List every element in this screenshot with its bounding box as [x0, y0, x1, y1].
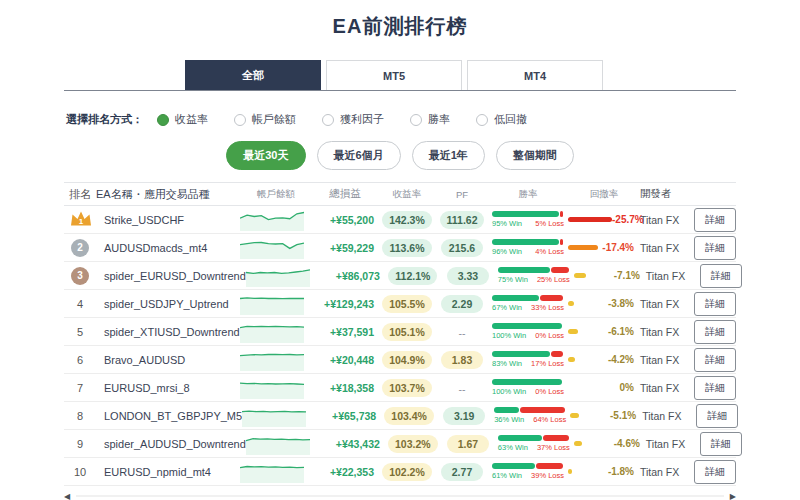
tab-mt4[interactable]: MT4: [467, 60, 603, 90]
return-rate-badge: 104.9%: [382, 351, 432, 369]
win-rate-cell: 96% Win4% Loss: [488, 239, 568, 256]
drawdown-value: -17.4%: [602, 242, 640, 253]
table-row: 10EURUSD_npmid_mt4+¥22,353102.2%2.7761% …: [64, 458, 736, 486]
column-header-1: EA名稱・應用交易品種: [96, 187, 240, 202]
rank-method-option-0[interactable]: 收益率: [157, 112, 208, 127]
win-label: 83% Win: [492, 359, 522, 368]
rank-method-option-4[interactable]: 低回撤: [476, 112, 527, 127]
win-segment: [492, 295, 539, 301]
drawdown-cell: -4.6%: [574, 438, 646, 449]
ea-name-label: EURUSD_mrsi_8: [104, 382, 190, 394]
win-rate-cell: 36% Win64% Loss: [490, 407, 570, 424]
period-button-1[interactable]: 最近6個月: [317, 141, 401, 170]
win-loss-labels: 63% Win37% Loss: [498, 443, 570, 452]
rank-cell: 7: [64, 382, 96, 394]
rank-method-option-2[interactable]: 獲利因子: [322, 112, 384, 127]
return-rate-badge: 103.7%: [382, 379, 432, 397]
win-rate-cell: 67% Win33% Loss: [488, 295, 568, 312]
return-rate-cell: 103.2%: [384, 434, 442, 453]
period-button-3[interactable]: 整個期間: [496, 141, 574, 170]
loss-label: 4% Loss: [535, 247, 564, 256]
ea-name-label: LONDON_BT_GBPJPY_M5: [104, 410, 242, 422]
win-loss-labels: 36% Win64% Loss: [494, 415, 566, 424]
return-rate-cell: 112.1%: [384, 266, 442, 285]
loss-label: 39% Loss: [531, 471, 564, 480]
detail-button[interactable]: 詳細: [696, 404, 738, 428]
balance-sparkline: [240, 349, 312, 371]
scroll-right-arrow[interactable]: ▶: [730, 492, 736, 500]
total-pnl-value: +¥22,353: [312, 466, 378, 478]
drawdown-bar: [568, 217, 612, 222]
detail-button[interactable]: 詳細: [694, 292, 736, 316]
table-row: 8LONDON_BT_GBPJPY_M5+¥65,738103.4%3.1936…: [64, 402, 736, 430]
drawdown-bar: [568, 245, 598, 250]
win-segment: [494, 407, 519, 413]
win-loss-labels: 100% Win0% Loss: [492, 387, 564, 396]
column-header-2: 帳戶餘額: [240, 188, 312, 201]
win-rate-cell: 100% Win0% Loss: [488, 379, 568, 396]
loss-segment: [551, 351, 563, 357]
rank-cell: 1: [64, 210, 96, 229]
win-loss-bar: [494, 407, 566, 413]
win-rate-bar: 61% Win39% Loss: [492, 463, 564, 480]
scroll-left-arrow[interactable]: ◀: [64, 492, 70, 500]
loss-segment: [560, 211, 564, 217]
win-label: 75% Win: [498, 275, 528, 284]
radio-label: 低回撤: [494, 112, 527, 127]
pf-badge: 2.77: [441, 463, 483, 481]
developer-name: Titan FX: [646, 270, 696, 282]
rank-cell: 2: [64, 239, 96, 257]
detail-button[interactable]: 詳細: [700, 432, 742, 456]
total-pnl-value: +¥37,591: [312, 326, 378, 338]
detail-button[interactable]: 詳細: [694, 236, 736, 260]
loss-segment: [560, 239, 563, 245]
drawdown-value: -1.8%: [608, 466, 640, 477]
detail-button[interactable]: 詳細: [694, 460, 736, 484]
page-title: EA前測排行榜: [0, 0, 800, 40]
win-rate-bar: 96% Win4% Loss: [492, 239, 564, 256]
rank-method-option-1[interactable]: 帳戶餘額: [234, 112, 296, 127]
return-rate-badge: 142.3%: [382, 211, 432, 229]
radio-label: 勝率: [428, 112, 450, 127]
win-label: 100% Win: [492, 331, 526, 340]
tab-bar: 全部MT5MT4: [64, 60, 736, 91]
ea-name: EURUSD_npmid_mt4: [96, 466, 240, 478]
rank-cell: 10: [64, 466, 96, 478]
loss-label: 37% Loss: [537, 443, 570, 452]
win-loss-bar: [492, 379, 564, 385]
tab-mt5[interactable]: MT5: [326, 60, 462, 90]
balance-sparkline: [246, 265, 318, 287]
win-rate-bar: 100% Win0% Loss: [492, 379, 564, 396]
detail-button[interactable]: 詳細: [694, 320, 736, 344]
drawdown-value: -3.8%: [608, 298, 640, 309]
ea-name-label: EURUSD_npmid_mt4: [104, 466, 211, 478]
detail-button[interactable]: 詳細: [694, 376, 736, 400]
period-button-2[interactable]: 最近1年: [412, 141, 485, 170]
return-rate-badge: 105.1%: [382, 323, 432, 341]
win-rate-cell: 75% Win25% Loss: [494, 267, 574, 284]
detail-cell: 詳細: [690, 460, 736, 484]
horizontal-scrollbar[interactable]: ◀ ▶: [64, 490, 736, 500]
drawdown-value: -6.1%: [608, 326, 640, 337]
detail-button[interactable]: 詳細: [694, 348, 736, 372]
scrollbar-track[interactable]: [76, 495, 724, 497]
win-label: 95% Win: [492, 219, 522, 228]
total-pnl-value: +¥129,243: [312, 298, 378, 310]
svg-text:1: 1: [79, 217, 84, 226]
developer-name: Titan FX: [640, 326, 690, 338]
drawdown-cell: 0%: [568, 382, 640, 393]
return-rate-cell: 103.4%: [380, 406, 438, 425]
radio-label: 帳戶餘額: [252, 112, 296, 127]
period-button-0[interactable]: 最近30天: [226, 141, 305, 170]
developer-name: Titan FX: [642, 410, 692, 422]
win-rate-bar: 63% Win37% Loss: [498, 435, 570, 452]
total-pnl-value: +¥59,229: [312, 242, 378, 254]
detail-button[interactable]: 詳細: [694, 208, 736, 232]
win-rate-cell: 61% Win39% Loss: [488, 463, 568, 480]
filter-label: 選擇排名方式：: [66, 112, 143, 127]
drawdown-value: -4.2%: [608, 354, 640, 365]
rank-method-option-3[interactable]: 勝率: [410, 112, 450, 127]
loss-label: 33% Loss: [531, 303, 564, 312]
detail-button[interactable]: 詳細: [700, 264, 742, 288]
tab-全部[interactable]: 全部: [185, 60, 321, 90]
